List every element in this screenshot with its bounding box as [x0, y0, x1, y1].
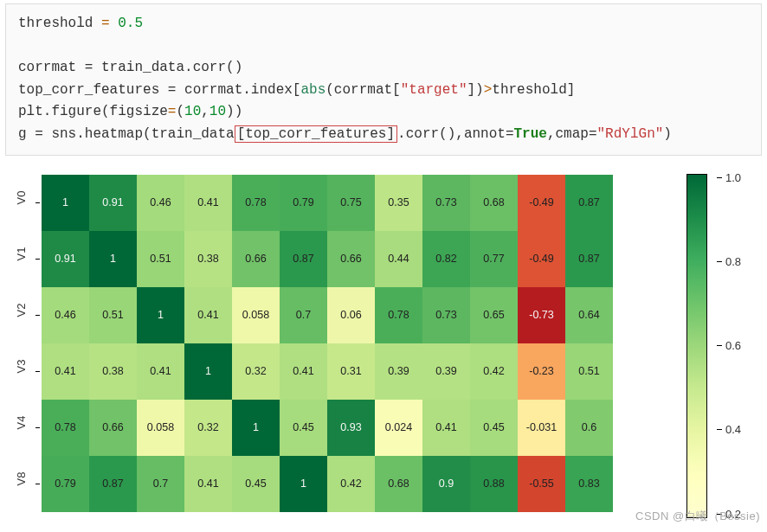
y-axis-tick: [35, 371, 40, 372]
heatmap-cell: 0.68: [375, 456, 422, 512]
heatmap-cell: 1: [137, 287, 184, 343]
heatmap-cell: 0.93: [327, 400, 375, 456]
heatmap-cell: 0.39: [422, 343, 470, 400]
heatmap-cell: 0.6: [565, 400, 613, 456]
heatmap-cell: 0.41: [137, 343, 184, 400]
colorbar: [687, 175, 706, 517]
heatmap-cell: -0.49: [518, 231, 565, 287]
code-line-4: top_corr_features = corrmat.index[abs(co…: [18, 82, 575, 98]
heatmap-cell: 0.51: [137, 231, 184, 287]
heatmap-cell: 0.87: [280, 231, 327, 287]
y-axis-tick: [35, 202, 40, 203]
heatmap-cell: 0.024: [375, 400, 422, 456]
heatmap-cell: 0.51: [89, 287, 137, 343]
heatmap-cell: 0.91: [42, 231, 89, 287]
heatmap-cell: 0.87: [89, 456, 137, 512]
heatmap-cell: 0.65: [470, 287, 518, 343]
code-line-1: threshold = 0.5: [18, 16, 143, 31]
heatmap-grid: 10.910.460.410.780.790.750.350.730.68-0.…: [42, 175, 613, 512]
heatmap-cell: -0.55: [518, 456, 565, 512]
colorbar-tick: 1.0: [717, 171, 741, 184]
code-line-5: plt.figure(figsize=(10,10)): [18, 104, 242, 119]
heatmap-cell: 1: [89, 231, 137, 287]
y-axis-labels: V0V1V2V3V4V8: [9, 175, 33, 512]
heatmap-cell: 0.39: [375, 343, 422, 400]
heatmap-cell: 0.32: [184, 400, 232, 456]
heatmap-cell: 0.64: [565, 287, 613, 343]
heatmap-cell: 0.45: [280, 400, 327, 456]
heatmap-cell: 0.66: [89, 400, 137, 456]
colorbar-tick: 0.6: [717, 339, 741, 352]
code-line-3: corrmat = train_data.corr(): [18, 60, 242, 75]
heatmap-cell: 0.87: [565, 175, 613, 231]
heatmap-cell: 1: [232, 400, 280, 456]
heatmap-cell: 0.66: [232, 231, 280, 287]
heatmap-cell: 0.32: [232, 343, 280, 400]
heatmap-cell: 0.78: [232, 175, 280, 231]
heatmap-cell: 0.38: [89, 343, 137, 400]
heatmap-cell: 0.79: [280, 175, 327, 231]
heatmap-cell: 0.06: [327, 287, 375, 343]
colorbar-ticks: 1.00.80.60.40.2: [717, 171, 741, 521]
heatmap-cell: 0.91: [89, 175, 137, 231]
heatmap-plot: V0V1V2V3V4V8 10.910.460.410.780.790.750.…: [0, 164, 767, 528]
heatmap-cell: 0.66: [327, 231, 375, 287]
heatmap-cell: 0.75: [327, 175, 375, 231]
heatmap-cell: 0.78: [42, 400, 89, 456]
heatmap-cell: -0.23: [518, 343, 565, 400]
heatmap-cell: 0.82: [422, 231, 470, 287]
heatmap-cell: 0.31: [327, 343, 375, 400]
y-axis-tick: [35, 259, 40, 260]
watermark: CSDN @白曦（Bessie): [635, 509, 760, 524]
y-axis-tick: [35, 315, 40, 316]
heatmap-cell: 1: [280, 456, 327, 512]
code-line-6: g = sns.heatmap(train_data[top_corr_feat…: [18, 125, 672, 143]
heatmap-cell: -0.73: [518, 287, 565, 343]
heatmap-cell: 1: [42, 175, 89, 231]
heatmap-cell: 0.79: [42, 456, 89, 512]
heatmap-cell: 0.83: [565, 456, 613, 512]
heatmap-cell: 0.41: [280, 343, 327, 400]
heatmap-cell: 0.68: [470, 175, 518, 231]
heatmap-cell: 0.77: [470, 231, 518, 287]
colorbar-tick: 0.8: [717, 255, 741, 268]
heatmap-cell: 0.45: [232, 456, 280, 512]
y-axis-tick: [35, 484, 40, 484]
heatmap-cell: 0.41: [184, 287, 232, 343]
heatmap-cell: 0.78: [375, 287, 422, 343]
heatmap-cell: 0.44: [375, 231, 422, 287]
heatmap-cell: 0.058: [137, 400, 184, 456]
heatmap-cell: 0.058: [232, 287, 280, 343]
heatmap-cell: 0.87: [565, 231, 613, 287]
y-axis-tick: [35, 427, 40, 428]
highlighted-expression: [top_corr_features]: [235, 125, 397, 143]
heatmap-cell: 0.73: [422, 175, 470, 231]
heatmap-cell: -0.49: [518, 175, 565, 231]
heatmap-cell: 0.41: [42, 343, 89, 400]
heatmap-cell: 0.45: [470, 400, 518, 456]
heatmap-cell: 0.41: [184, 175, 232, 231]
heatmap-cell: 0.73: [422, 287, 470, 343]
heatmap-cell: 0.9: [422, 456, 470, 512]
heatmap-cell: 0.46: [42, 287, 89, 343]
colorbar-tick: 0.4: [717, 423, 741, 436]
heatmap-cell: -0.031: [518, 400, 565, 456]
heatmap-cell: 0.42: [470, 343, 518, 400]
heatmap-cell: 0.41: [422, 400, 470, 456]
heatmap-cell: 0.46: [137, 175, 184, 231]
heatmap-cell: 0.88: [470, 456, 518, 512]
heatmap-cell: 0.35: [375, 175, 422, 231]
heatmap-cell: 0.7: [280, 287, 327, 343]
heatmap-cell: 0.42: [327, 456, 375, 512]
code-block: threshold = 0.5 corrmat = train_data.cor…: [5, 3, 762, 156]
heatmap-cell: 0.41: [184, 456, 232, 512]
heatmap-cell: 0.38: [184, 231, 232, 287]
heatmap-cell: 0.51: [565, 343, 613, 400]
heatmap-cell: 1: [184, 343, 232, 400]
heatmap-cell: 0.7: [137, 456, 184, 512]
